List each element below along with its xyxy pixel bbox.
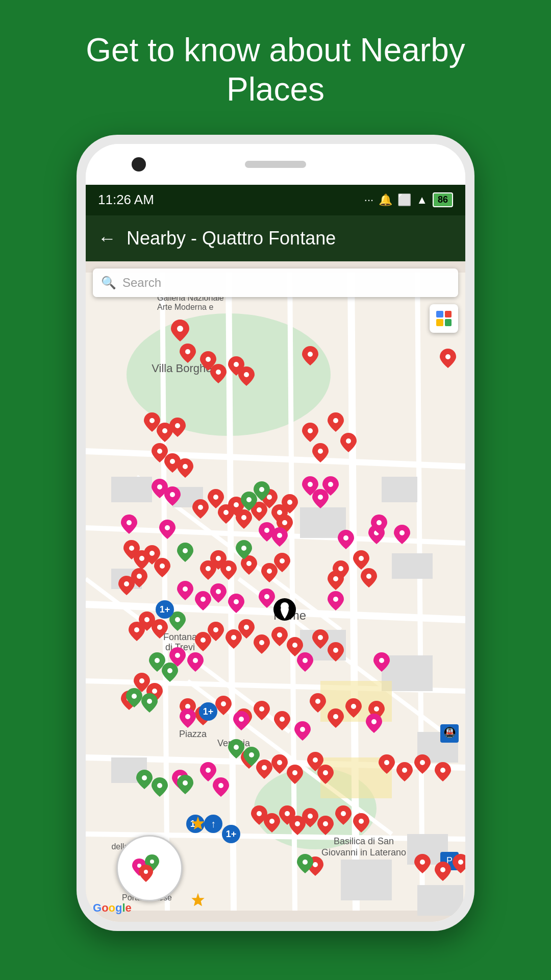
headline: Get to know about Nearby Places [0,0,551,130]
svg-point-161 [303,658,308,663]
app-bar: ← Nearby - Quattro Fontane [86,215,465,261]
svg-point-89 [338,566,343,571]
svg-point-156 [234,599,239,604]
svg-point-157 [264,594,269,599]
camera [132,157,146,172]
location-cluster-circle[interactable] [116,835,183,901]
phone-screen: 11:26 AM ··· 🔔 ⬜ ▲ 86 ← Nearby - Quattro… [86,144,465,922]
svg-point-180 [249,752,254,757]
svg-point-144 [328,482,333,487]
svg-point-116 [351,704,356,709]
search-bar[interactable]: 🔍 Search [93,268,458,297]
svg-point-95 [157,625,162,630]
svg-point-55 [308,352,313,357]
svg-text:Basilica di San: Basilica di San [334,836,394,846]
svg-point-115 [333,714,338,719]
google-o2: o [109,901,115,914]
svg-point-142 [308,482,313,487]
svg-point-181 [142,775,147,780]
svg-rect-21 [382,477,417,502]
svg-point-57 [149,418,155,423]
svg-point-99 [244,625,249,630]
google-logo: Google [93,901,132,915]
svg-line-12 [351,273,356,911]
svg-point-75 [287,500,292,505]
svg-point-53 [234,362,239,367]
svg-point-121 [292,770,297,775]
svg-text:Giovanni in Laterano: Giovanni in Laterano [321,847,406,857]
svg-rect-20 [300,507,346,538]
google-e: e [126,901,132,914]
svg-point-50 [185,349,190,354]
svg-point-158 [333,597,338,602]
svg-point-80 [160,564,165,569]
map-layers-button[interactable] [430,304,458,333]
svg-point-73 [267,495,272,500]
svg-text:Piazza: Piazza [179,729,207,739]
svg-point-105 [139,678,144,683]
svg-point-147 [264,528,269,533]
back-button[interactable]: ← [98,228,116,249]
svg-point-179 [234,745,239,750]
search-icon: 🔍 [101,276,116,290]
svg-point-106 [152,689,157,694]
svg-point-125 [402,768,407,773]
svg-point-162 [379,658,384,663]
svg-point-88 [280,558,285,564]
svg-text:↑: ↑ [211,818,216,829]
svg-point-84 [216,556,221,561]
svg-text:🚇: 🚇 [443,726,456,739]
svg-point-119 [262,765,267,770]
svg-point-102 [292,643,297,648]
svg-point-72 [257,507,262,512]
svg-point-91 [333,576,338,581]
battery-level: 86 [433,192,453,207]
svg-point-87 [267,569,272,574]
svg-point-76 [282,520,287,525]
map-svg: Villa Borghese Rome Fontana di Trevi Pia… [86,261,465,922]
svg-point-92 [366,574,371,579]
wifi-icon: ▲ [416,193,428,207]
svg-point-58 [162,428,167,433]
map-container[interactable]: 🔍 Search [86,261,465,922]
svg-point-136 [313,862,318,867]
svg-point-177 [132,694,137,699]
svg-point-56 [445,354,450,359]
svg-point-113 [280,717,285,722]
app-bar-title: Nearby - Quattro Fontane [127,228,336,249]
svg-point-81 [137,574,142,579]
svg-point-152 [399,530,405,535]
svg-text:1+: 1+ [203,706,214,717]
svg-point-66 [346,438,351,444]
svg-point-172 [183,548,188,553]
svg-point-93 [144,617,149,622]
svg-point-78 [139,556,144,561]
svg-point-51 [206,357,211,362]
svg-text:1+: 1+ [160,604,170,615]
svg-point-155 [216,589,221,594]
grid-icon [436,311,452,326]
google-g2: g [115,901,122,914]
svg-rect-18 [111,477,152,502]
svg-point-171 [259,487,264,492]
svg-point-77 [129,546,134,551]
svg-point-62 [183,464,188,469]
svg-point-61 [170,459,175,464]
google-g: G [93,901,102,914]
svg-point-126 [420,760,425,765]
svg-point-79 [149,551,155,556]
svg-point-133 [323,821,328,826]
svg-point-182 [157,783,162,788]
svg-point-183 [183,780,188,786]
svg-point-138 [440,867,445,872]
svg-point-153 [183,586,188,592]
svg-point-120 [277,760,282,765]
svg-point-70 [234,502,239,507]
svg-point-74 [277,510,282,515]
svg-point-175 [155,658,160,663]
svg-point-143 [318,495,323,500]
svg-text:Fontana: Fontana [163,632,197,642]
svg-point-160 [193,658,198,663]
svg-point-124 [384,760,389,765]
svg-point-165 [300,727,305,732]
